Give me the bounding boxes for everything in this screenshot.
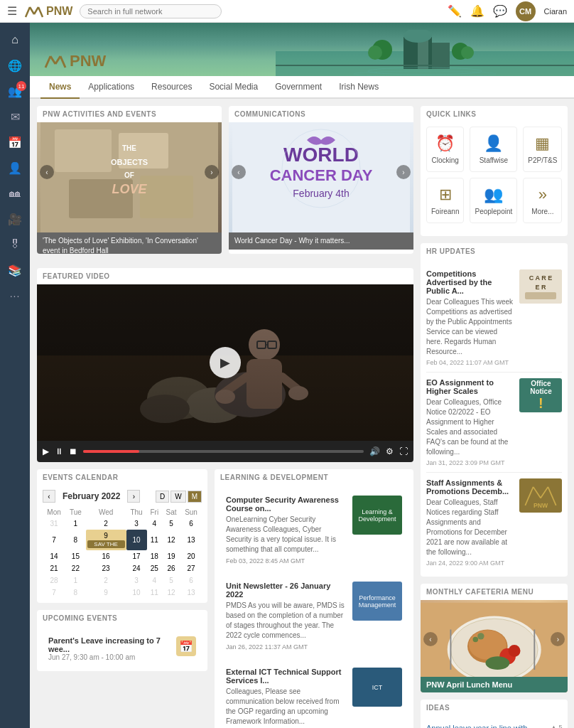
cal-cell[interactable]: 2 [86,518,126,530]
cal-cell[interactable]: 24 [126,562,147,574]
sidebar-item-book[interactable]: 📚 [2,259,28,282]
cal-day-btn[interactable]: D [156,491,169,503]
play-button[interactable]: ▶ [210,347,241,378]
cal-cell[interactable]: 14 [43,550,65,562]
cal-cell[interactable]: 7 [43,587,65,599]
video-container[interactable]: ▶ [37,284,413,441]
cal-cell[interactable]: 17 [126,550,147,562]
settings-icon[interactable]: ⚙ [386,446,394,456]
tab-news[interactable]: News [40,76,80,99]
cal-cell[interactable]: 8 [65,587,86,599]
quick-link-item[interactable]: 👤Staffwise [470,127,517,172]
user-name[interactable]: Ciaran [544,7,567,16]
cal-cell[interactable]: 23 [86,562,126,574]
sidebar-item-badge[interactable]: 🎖 [2,233,28,256]
idea-title[interactable]: Annual leave year in line with calen... [426,724,545,728]
sidebar-item-user[interactable]: 👤 [2,156,28,179]
sidebar-item-more[interactable]: ··· [2,284,28,307]
sidebar-item-calendar[interactable]: 📅 [2,131,28,154]
cal-cell[interactable]: 1 [65,574,86,587]
cal-cell[interactable]: 7 [43,530,65,550]
pause-btn[interactable]: ⏸ [55,446,63,456]
quick-link-item[interactable]: »More... [523,178,562,223]
cal-cell[interactable]: 4 [147,574,162,587]
cal-cell[interactable]: 3 [126,518,147,530]
hr-title[interactable]: Competitions Advertised by the Public A.… [426,269,514,295]
cal-cell[interactable]: 16 [86,550,126,562]
cal-cell[interactable]: 18 [147,550,162,562]
fullscreen-icon[interactable]: ⛶ [399,446,408,456]
edit-icon[interactable]: ✏️ [448,4,462,18]
play-pause-btn[interactable]: ▶ [43,446,49,456]
quick-link-item[interactable]: ⊞Foireann [426,178,464,223]
tab-government[interactable]: Government [266,76,330,99]
activities-next-btn[interactable]: › [205,165,219,179]
cal-cell[interactable]: 25 [147,562,162,574]
quick-link-item[interactable]: 👥Peoplepoint [470,178,517,223]
sidebar-item-mail[interactable]: ✉ [2,105,28,128]
cal-cell[interactable]: 12 [162,587,180,599]
tab-social-media[interactable]: Social Media [200,76,266,99]
sidebar-item-globe[interactable]: 🌐 [2,54,28,77]
cal-prev-btn[interactable]: ‹ [43,490,55,503]
bell-icon[interactable]: 🔔 [470,4,484,18]
tab-irish-news[interactable]: Irish News [330,76,387,99]
cal-cell[interactable]: 6 [180,518,202,530]
quick-link-item[interactable]: ▦P2P/T&S [523,127,562,172]
cal-cell[interactable]: 26 [162,562,180,574]
cal-cell[interactable]: 19 [162,550,180,562]
cal-cell[interactable]: 20 [180,550,202,562]
event-calendar-icon[interactable]: 📅 [176,636,196,656]
cal-cell[interactable]: 13 [180,587,202,599]
cal-cell[interactable]: 21 [43,562,65,574]
cal-cell[interactable]: 5 [162,574,180,587]
tab-resources[interactable]: Resources [143,76,200,99]
cal-cell[interactable]: 10 [126,587,147,599]
cal-cell[interactable]: 13 [180,530,202,550]
cal-cell[interactable]: 11 [147,530,162,550]
cal-cell[interactable]: 31 [43,518,65,530]
cal-cell[interactable]: 27 [180,562,202,574]
volume-icon[interactable]: 🔊 [369,446,380,456]
stop-btn[interactable]: ⏹ [69,446,77,456]
tab-applications[interactable]: Applications [80,76,143,99]
sidebar-item-people[interactable]: 👥 11 [2,80,28,102]
cafeteria-prev-btn[interactable]: ‹ [423,632,438,646]
cal-cell[interactable]: 2 [86,574,126,587]
cal-cell[interactable]: 10 [126,530,147,550]
ld-title[interactable]: Unit Newsletter - 26 January 2022 [226,582,347,599]
cal-cell[interactable]: 28 [43,574,65,587]
ld-title[interactable]: External ICT Technical Support Services … [226,668,347,685]
cal-cell[interactable]: 9 [86,587,126,599]
cal-cell[interactable]: 8 [65,530,86,550]
communications-next-btn[interactable]: › [396,165,411,179]
cal-cell[interactable]: 12 [162,530,180,550]
hr-title[interactable]: EO Assignment to Higher Scales [426,378,514,395]
sidebar-item-home[interactable]: ⌂ [2,28,28,51]
search-input[interactable] [80,4,222,18]
cal-cell[interactable]: 3 [126,574,147,587]
cal-cell[interactable]: 1 [65,518,86,530]
upvote-btn[interactable]: ▲ 5 [551,724,562,728]
cal-cell[interactable]: 5 [162,518,180,530]
cal-week-btn[interactable]: W [170,491,185,503]
cal-next-btn[interactable]: › [127,490,140,503]
cal-cell[interactable]: 4 [147,518,162,530]
ld-title[interactable]: Computer Security Awareness Course on... [226,496,347,513]
communications-prev-btn[interactable]: ‹ [232,165,246,179]
chat-icon[interactable]: 💬 [493,4,507,18]
hr-title[interactable]: Staff Assignments & Promotions Decemb... [426,478,514,496]
cal-cell[interactable]: 22 [65,562,86,574]
cal-cell[interactable]: 6 [180,574,202,587]
video-progress-bar[interactable] [83,450,364,453]
sidebar-item-video[interactable]: 🎥 [2,208,28,230]
cal-cell[interactable]: 9SAV THE [86,530,126,550]
event-title[interactable]: Parent's Leave increasing to 7 wee... [48,636,170,653]
cal-cell[interactable]: 11 [147,587,162,599]
activities-prev-btn[interactable]: ‹ [40,165,54,179]
avatar[interactable]: CM [516,1,536,21]
hamburger-icon[interactable]: ☰ [7,4,17,18]
cal-month-btn[interactable]: M [188,491,202,503]
quick-link-item[interactable]: ⏰Clocking [426,127,464,172]
sidebar-item-community[interactable]: 🏘 [2,182,28,205]
